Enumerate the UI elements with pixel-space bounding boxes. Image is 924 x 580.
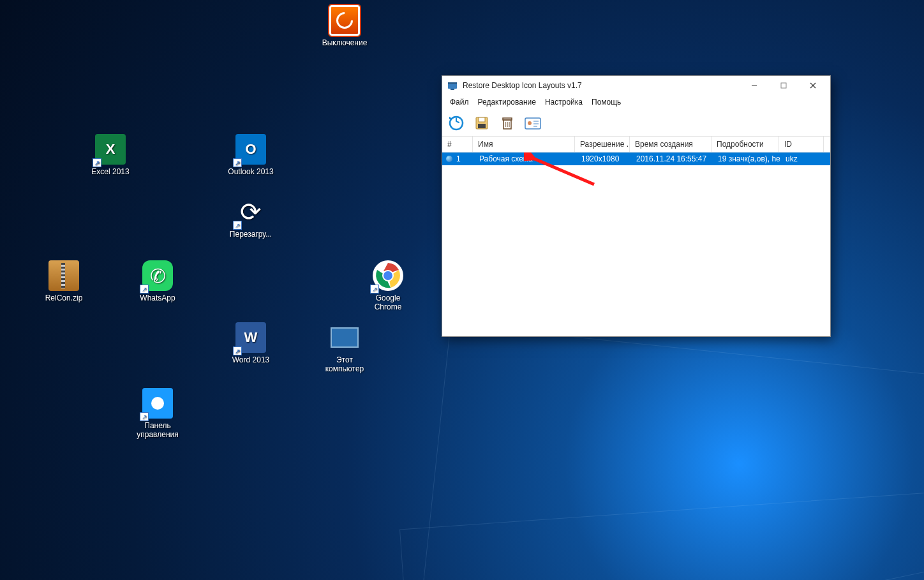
svg-point-20	[528, 121, 532, 125]
desktop-icon-label: Word 2013	[219, 355, 283, 364]
titlebar[interactable]: Restore Desktop Icon Layouts v1.7	[442, 76, 830, 95]
cell-created: 2016.11.24 16:55:47	[631, 154, 713, 163]
desktop-icon-cpl[interactable]: ↗Панель управления	[126, 388, 190, 439]
desktop-icon-label: Этот компьютер	[313, 355, 376, 373]
shutdown-icon	[329, 5, 360, 36]
desktop-icon-shutdown[interactable]: Выключение	[313, 5, 376, 47]
menubar: Файл Редактирование Настройка Помощь	[442, 95, 830, 110]
app-window: Restore Desktop Icon Layouts v1.7 Файл Р…	[442, 75, 831, 337]
whatsapp-icon: ✆↗	[142, 260, 173, 291]
cell-id: ukz	[780, 154, 825, 163]
col-name[interactable]: Имя	[473, 137, 575, 152]
col-resolution[interactable]: Разрешение ...	[575, 137, 630, 152]
close-button[interactable]	[798, 76, 828, 95]
minimize-button[interactable]	[740, 76, 769, 95]
shortcut-arrow-icon: ↗	[233, 158, 242, 167]
toolbar	[442, 110, 830, 137]
desktop-icon-whatsapp[interactable]: ✆↗WhatsApp	[126, 260, 190, 302]
menu-help[interactable]: Помощь	[588, 96, 625, 108]
desktop-icon-chrome[interactable]: ↗Google Chrome	[356, 260, 420, 311]
app-icon	[447, 80, 458, 91]
desktop-icon-word[interactable]: W↗Word 2013	[219, 322, 283, 364]
col-num[interactable]: #	[442, 137, 473, 152]
cell-num: 1	[455, 154, 474, 163]
svg-rect-4	[448, 82, 457, 84]
desktop-icon-label: Панель управления	[126, 421, 190, 439]
cell-name: Рабочая схема	[474, 154, 576, 163]
delete-button[interactable]	[498, 114, 516, 132]
svg-rect-15	[503, 118, 512, 120]
desktop-icon-restart[interactable]: ⟳↗Перезагру...	[219, 197, 283, 239]
shortcut-arrow-icon: ↗	[93, 158, 101, 167]
svg-rect-7	[781, 83, 786, 88]
chrome-icon: ↗	[373, 260, 403, 291]
desktop-icon-label: Google Chrome	[356, 294, 420, 311]
menu-settings[interactable]: Настройка	[541, 96, 586, 108]
desktop-icon-outlook[interactable]: O↗Outlook 2013	[219, 134, 283, 176]
desktop-icon-label: Outlook 2013	[219, 167, 283, 176]
shortcut-arrow-icon: ↗	[140, 285, 149, 294]
desktop-icon-excel[interactable]: X↗Excel 2013	[78, 134, 142, 176]
layout-list: # Имя Разрешение ... Время создания Подр…	[442, 137, 830, 165]
desktop-icon-label: WhatsApp	[126, 294, 190, 302]
cell-resolution: 1920x1080	[576, 154, 631, 163]
cpl-icon: ↗	[142, 388, 173, 419]
desktop-icon-label: RelCon.zip	[32, 294, 96, 302]
desktop-icon-label: Выключение	[313, 38, 376, 47]
desktop-icon-label: Перезагру...	[219, 230, 283, 239]
word-icon: W↗	[235, 322, 266, 353]
outlook-icon: O↗	[235, 134, 266, 165]
col-created[interactable]: Время создания	[630, 137, 712, 152]
shortcut-arrow-icon: ↗	[140, 412, 149, 421]
svg-rect-12	[479, 117, 485, 122]
relcon-icon	[48, 260, 79, 291]
menu-edit[interactable]: Редактирование	[474, 96, 540, 108]
excel-icon: X↗	[95, 134, 126, 165]
desktop-icon-thispc[interactable]: Этот компьютер	[313, 322, 376, 373]
restart-icon: ⟳↗	[235, 197, 266, 227]
col-id[interactable]: ID	[779, 137, 824, 152]
desktop-icon-relcon[interactable]: RelCon.zip	[32, 260, 96, 302]
list-header: # Имя Разрешение ... Время создания Подр…	[442, 137, 830, 152]
col-details[interactable]: Подробности	[712, 137, 779, 152]
window-title: Restore Desktop Icon Layouts v1.7	[463, 81, 740, 90]
maximize-button[interactable]	[769, 76, 798, 95]
shortcut-arrow-icon: ↗	[233, 346, 242, 355]
shortcut-arrow-icon: ↗	[233, 221, 242, 230]
svg-rect-13	[478, 124, 486, 128]
thispc-icon	[329, 322, 360, 353]
id-card-button[interactable]	[524, 114, 542, 132]
row-indicator-icon	[446, 156, 452, 162]
desktop-icon-label: Excel 2013	[78, 167, 142, 176]
save-button[interactable]	[473, 114, 491, 132]
shortcut-arrow-icon: ↗	[370, 285, 379, 294]
cell-details: 19 значк(а,ов), help	[713, 154, 780, 163]
menu-file[interactable]: Файл	[446, 96, 473, 108]
table-row[interactable]: 1 Рабочая схема 1920x1080 2016.11.24 16:…	[442, 152, 830, 165]
restore-button[interactable]	[447, 114, 465, 132]
svg-rect-5	[451, 89, 454, 90]
